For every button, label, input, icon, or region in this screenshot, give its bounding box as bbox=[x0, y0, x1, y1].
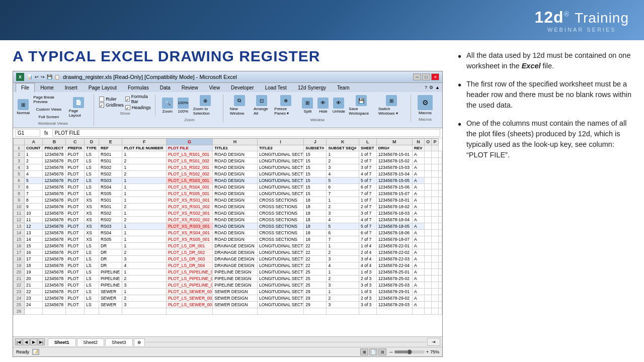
zoom-button[interactable]: 🔍 Zoom bbox=[160, 97, 175, 115]
col-header-g[interactable]: G bbox=[166, 139, 212, 145]
custom-views-button[interactable]: Custom Views bbox=[32, 106, 65, 113]
zoom-100-button[interactable]: 100% 100% bbox=[176, 97, 190, 115]
col-header-o[interactable]: O bbox=[424, 139, 431, 145]
sheet-next-button[interactable]: ▶ bbox=[30, 338, 37, 345]
unhide-button[interactable]: 👁 Unhide bbox=[332, 97, 346, 115]
sheet-last-button[interactable]: ▶| bbox=[38, 338, 45, 345]
tab-developer[interactable]: Developer bbox=[225, 83, 260, 92]
col-header-l[interactable]: L bbox=[359, 139, 377, 145]
bullet-text-2: The first row of the specified worksheet… bbox=[466, 79, 634, 111]
col-header-n[interactable]: N bbox=[412, 139, 424, 145]
gridlines-cb-box[interactable] bbox=[99, 103, 104, 108]
formula-input[interactable] bbox=[52, 129, 440, 137]
headings-checkbox[interactable]: Headings bbox=[125, 105, 151, 110]
split-button[interactable]: ⊞ Split bbox=[300, 97, 314, 115]
tab-file[interactable]: File bbox=[16, 83, 35, 93]
zoom-minus-button[interactable]: ─ bbox=[389, 349, 392, 354]
cell-r21-c0: 20 bbox=[25, 276, 43, 282]
expand-icon[interactable]: ▲ bbox=[435, 85, 440, 90]
table-row: 181712345678PLOTLSDR3PLOT_LS_DR_003DRAIN… bbox=[14, 256, 442, 262]
zoom-control: ─ + 75% bbox=[389, 349, 439, 354]
tab-team[interactable]: Team bbox=[332, 83, 355, 92]
col-header-e[interactable]: E bbox=[99, 139, 122, 145]
headings-cb-box[interactable] bbox=[125, 105, 130, 110]
page-break-view-btn[interactable]: ⊟ bbox=[378, 348, 386, 355]
page-layout-button[interactable]: 📄 Page Layout bbox=[67, 96, 90, 119]
status-bar: Ready 📝 ⊞ 📄 ⊟ ─ + bbox=[13, 347, 442, 356]
switch-windows-button[interactable]: ⊞ Switch Windows ▾ bbox=[377, 94, 407, 117]
cell-empty bbox=[438, 236, 442, 243]
arrange-all-button[interactable]: ⊡ Arrange All bbox=[252, 94, 271, 117]
sheet-tab-3[interactable]: Sheet3 bbox=[105, 338, 133, 346]
tab-insert[interactable]: Insert bbox=[59, 83, 83, 92]
zoom-selection-button[interactable]: ⊕ Zoom to Selection bbox=[192, 94, 219, 117]
settings-icon[interactable]: ⚙ bbox=[429, 85, 433, 90]
col-header-p[interactable]: P bbox=[432, 139, 438, 145]
ruler-cb-box[interactable] bbox=[99, 97, 104, 102]
window-controls[interactable]: ─ □ ✕ bbox=[413, 73, 439, 80]
cell-r20-c4: PIPELINE bbox=[99, 269, 122, 276]
gridlines-checkbox[interactable]: Gridlines bbox=[99, 103, 124, 108]
col-header-m[interactable]: M bbox=[376, 139, 412, 145]
col-header-c[interactable]: C bbox=[66, 139, 85, 145]
cell-r10-c6: PLOT_XS_RS01_002 bbox=[166, 204, 212, 210]
sheet-tab-1[interactable]: Sheet1 bbox=[48, 338, 76, 346]
col-header-i[interactable]: I bbox=[257, 139, 303, 145]
cell-empty-26-14 bbox=[424, 308, 431, 315]
normal-view-button[interactable]: ⊞ Normal bbox=[16, 98, 30, 116]
col-header-j[interactable]: J bbox=[304, 139, 327, 145]
normal-view-btn[interactable]: ⊞ bbox=[360, 348, 368, 355]
save-workspace-button[interactable]: 💾 Save Workspace bbox=[347, 94, 375, 117]
sheet-tab-add[interactable]: ⊕ bbox=[134, 338, 145, 346]
cell-empty-26-8 bbox=[257, 308, 303, 315]
tab-review[interactable]: Review bbox=[176, 83, 204, 92]
cell-r13-c13: A bbox=[412, 223, 424, 230]
full-screen-button[interactable]: Full Screen bbox=[32, 114, 65, 120]
page-layout-view-btn[interactable]: 📄 bbox=[369, 348, 377, 355]
minimize-button[interactable]: ─ bbox=[413, 73, 421, 80]
tab-load-test[interactable]: Load Test bbox=[260, 83, 292, 92]
cell-r20-c13: A bbox=[412, 269, 424, 276]
header-prefix: PREFIX bbox=[66, 145, 85, 151]
macros-button[interactable]: ⚙ Macros bbox=[416, 94, 434, 116]
cell-empty bbox=[424, 151, 431, 158]
help-icon[interactable]: ? bbox=[425, 85, 427, 90]
tab-home[interactable]: Home bbox=[35, 83, 59, 92]
col-header-a[interactable]: A bbox=[25, 139, 43, 145]
formula-bar-cb-box[interactable] bbox=[125, 97, 130, 102]
page-break-preview-button[interactable]: Page Break Preview bbox=[32, 94, 65, 105]
hide-button[interactable]: 👁 Hide bbox=[316, 97, 330, 115]
col-header-b[interactable]: B bbox=[43, 139, 66, 145]
tab-page-layout[interactable]: Page Layout bbox=[83, 83, 122, 92]
cell-r22-c12: 12345678-25-03 bbox=[376, 282, 412, 289]
table-row-empty: 26 bbox=[14, 308, 442, 315]
cell-r18-c13: A bbox=[412, 256, 424, 262]
cell-empty-26-5 bbox=[122, 308, 166, 315]
col-header-k[interactable]: K bbox=[327, 139, 359, 145]
new-window-button[interactable]: ⧉ New Window bbox=[228, 94, 251, 117]
cell-r15-c4: RS05 bbox=[99, 236, 122, 243]
col-header-h[interactable]: H bbox=[213, 139, 258, 145]
cell-r21-c10: 2 bbox=[327, 276, 359, 282]
row-num-1: 1 bbox=[14, 145, 25, 151]
maximize-button[interactable]: □ bbox=[422, 73, 430, 80]
cell-r19-c10: 4 bbox=[327, 262, 359, 269]
sheet-nav[interactable]: |◀ ◀ ▶ ▶| bbox=[15, 338, 45, 345]
formula-bar-checkbox[interactable]: Formula Bar bbox=[125, 94, 151, 104]
tab-view[interactable]: View bbox=[204, 83, 226, 92]
cell-r5-c10: 4 bbox=[327, 171, 359, 177]
freeze-panes-button[interactable]: ❄ Freeze Panes ▾ bbox=[273, 94, 299, 117]
tab-12d-synergy[interactable]: 12d Synergy bbox=[292, 83, 332, 92]
sheet-prev-button[interactable]: ◀ bbox=[23, 338, 30, 345]
sheet-tab-2[interactable]: Sheet2 bbox=[77, 338, 105, 346]
zoom-slider[interactable] bbox=[394, 350, 425, 353]
ruler-checkbox[interactable]: Ruler bbox=[99, 97, 124, 102]
col-header-d[interactable]: D bbox=[85, 139, 99, 145]
sheet-first-button[interactable]: |◀ bbox=[15, 338, 22, 345]
tab-formulas[interactable]: Formulas bbox=[122, 83, 154, 92]
tab-data[interactable]: Data bbox=[154, 83, 176, 92]
zoom-plus-button[interactable]: + bbox=[426, 349, 429, 354]
close-button[interactable]: ✕ bbox=[431, 73, 439, 80]
col-header-f[interactable]: F bbox=[122, 139, 166, 145]
cell-reference-input[interactable] bbox=[15, 129, 40, 137]
